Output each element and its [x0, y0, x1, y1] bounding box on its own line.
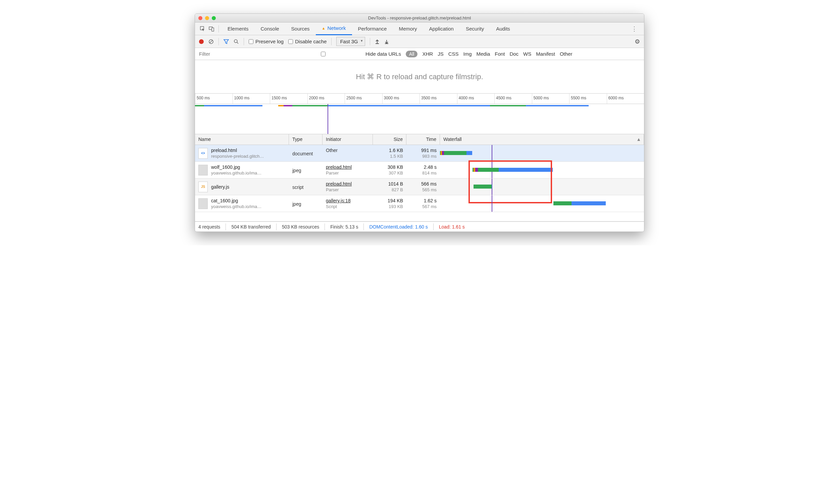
timeline-tick: 2500 ms [345, 94, 382, 104]
svg-line-6 [237, 42, 238, 43]
request-type: document [289, 145, 322, 161]
column-time[interactable]: Time [406, 134, 440, 145]
request-row[interactable]: cat_1600.jpgyoavweiss.github.io/ima…jpeg… [195, 195, 644, 212]
column-waterfall[interactable]: Waterfall▲ [440, 134, 644, 145]
request-name: cat_1600.jpg [211, 198, 262, 203]
empty-row [195, 212, 644, 221]
status-requests: 4 requests [198, 224, 220, 230]
warning-icon: ▲ [322, 22, 325, 35]
initiator-link[interactable]: preload.html [326, 181, 370, 186]
search-icon[interactable] [234, 39, 239, 44]
tab-network[interactable]: ▲Network [316, 22, 352, 35]
filter-type-font[interactable]: Font [495, 51, 505, 57]
waterfall-cell [440, 195, 644, 212]
dcl-marker [492, 195, 492, 212]
close-icon[interactable] [198, 16, 202, 20]
request-name: preload.html [211, 148, 264, 153]
request-domain: responsive-preload.glitch… [211, 154, 264, 159]
maximize-icon[interactable] [212, 16, 216, 20]
time-latency: 814 ms [410, 170, 436, 176]
filter-type-ws[interactable]: WS [523, 51, 531, 57]
status-dcl: DOMContentLoaded: 1.60 s [369, 224, 428, 230]
timeline-tick: 500 ms [195, 94, 233, 104]
request-name: gallery.js [211, 184, 229, 190]
waterfall-segment-waiting [474, 184, 492, 188]
preserve-log-checkbox[interactable]: Preserve log [249, 39, 284, 44]
upload-har-icon[interactable] [375, 39, 379, 44]
filter-type-manifest[interactable]: Manifest [536, 51, 555, 57]
hide-data-urls-checkbox[interactable]: Hide data URLs [283, 51, 401, 57]
time-latency: 565 ms [410, 187, 436, 192]
file-img-icon [198, 198, 208, 209]
initiator-type: Parser [326, 170, 370, 176]
initiator-link[interactable]: gallery.js:18 [326, 198, 370, 203]
time-value: 1.62 s [410, 198, 436, 203]
hide-data-urls-label: Hide data URLs [365, 51, 401, 57]
tab-sources[interactable]: Sources [285, 22, 316, 35]
size-resource: 1.5 KB [376, 154, 403, 159]
tab-audits[interactable]: Audits [490, 22, 516, 35]
filter-type-media[interactable]: Media [477, 51, 490, 57]
filter-type-img[interactable]: Img [463, 51, 471, 57]
size-value: 1014 B [376, 181, 403, 186]
filter-type-all[interactable]: All [406, 51, 418, 57]
record-button[interactable] [199, 39, 204, 44]
download-har-icon[interactable] [384, 39, 389, 44]
request-row[interactable]: <>preload.htmlresponsive-preload.glitch…… [195, 145, 644, 162]
settings-icon[interactable]: ⚙ [635, 38, 640, 45]
minimize-icon[interactable] [205, 16, 209, 20]
status-transferred: 504 KB transferred [231, 224, 271, 230]
tab-elements[interactable]: Elements [221, 22, 255, 35]
waterfall-cell [440, 162, 644, 178]
filter-type-xhr[interactable]: XHR [422, 51, 433, 57]
column-size[interactable]: Size [373, 134, 406, 145]
disable-cache-checkbox[interactable]: Disable cache [288, 39, 326, 44]
timeline-tick: 1500 ms [270, 94, 307, 104]
inspect-icon[interactable] [198, 24, 207, 33]
column-name[interactable]: Name [195, 134, 289, 145]
timeline-tick: 4500 ms [494, 94, 532, 104]
request-name: wolf_1600.jpg [211, 164, 262, 170]
filter-input[interactable] [198, 50, 278, 58]
file-js-icon: JS [198, 182, 208, 192]
tab-memory[interactable]: Memory [393, 22, 423, 35]
tab-console[interactable]: Console [255, 22, 285, 35]
svg-line-4 [210, 40, 212, 43]
window-title: DevTools - responsive-preload.glitch.me/… [195, 15, 644, 20]
request-type: script [289, 179, 322, 195]
timeline-tick: 1000 ms [233, 94, 270, 104]
sort-arrow-icon: ▲ [636, 137, 641, 142]
column-type[interactable]: Type [289, 134, 322, 145]
timeline-tick: 5000 ms [532, 94, 570, 104]
tab-performance[interactable]: Performance [352, 22, 393, 35]
dcl-marker [492, 145, 492, 161]
request-domain: yoavweiss.github.io/ima… [211, 204, 262, 209]
network-toolbar: Preserve log Disable cache Fast 3G ⚙ [195, 35, 644, 48]
timeline-overview[interactable]: 500 ms1000 ms1500 ms2000 ms2500 ms3000 m… [195, 94, 644, 134]
request-rows: <>preload.htmlresponsive-preload.glitch…… [195, 145, 644, 212]
filter-type-other[interactable]: Other [560, 51, 573, 57]
filter-bar: Hide data URLs AllXHRJSCSSImgMediaFontDo… [195, 48, 644, 60]
timeline-dcl-marker [327, 104, 328, 134]
filter-type-js[interactable]: JS [438, 51, 444, 57]
request-row[interactable]: JSgallery.jsscriptpreload.htmlParser1014… [195, 179, 644, 195]
preserve-log-label: Preserve log [255, 39, 284, 44]
file-doc-icon: <> [198, 148, 208, 159]
filter-type-css[interactable]: CSS [448, 51, 459, 57]
time-latency: 567 ms [410, 204, 436, 209]
filter-icon[interactable] [224, 39, 229, 44]
request-type: jpeg [289, 162, 322, 178]
filter-type-doc[interactable]: Doc [510, 51, 518, 57]
window-titlebar: DevTools - responsive-preload.glitch.me/… [195, 14, 644, 22]
initiator-link[interactable]: preload.html [326, 164, 370, 170]
clear-button[interactable] [209, 39, 214, 44]
tab-application[interactable]: Application [423, 22, 460, 35]
overflow-menu-icon[interactable]: ⋮ [628, 25, 641, 33]
throttling-select[interactable]: Fast 3G [336, 37, 365, 46]
request-row[interactable]: wolf_1600.jpgyoavweiss.github.io/ima…jpe… [195, 162, 644, 179]
status-finish: Finish: 5.13 s [330, 224, 358, 230]
waterfall-segment-download [466, 151, 472, 155]
device-toggle-icon[interactable] [207, 24, 216, 33]
tab-security[interactable]: Security [460, 22, 490, 35]
column-initiator[interactable]: Initiator [322, 134, 373, 145]
